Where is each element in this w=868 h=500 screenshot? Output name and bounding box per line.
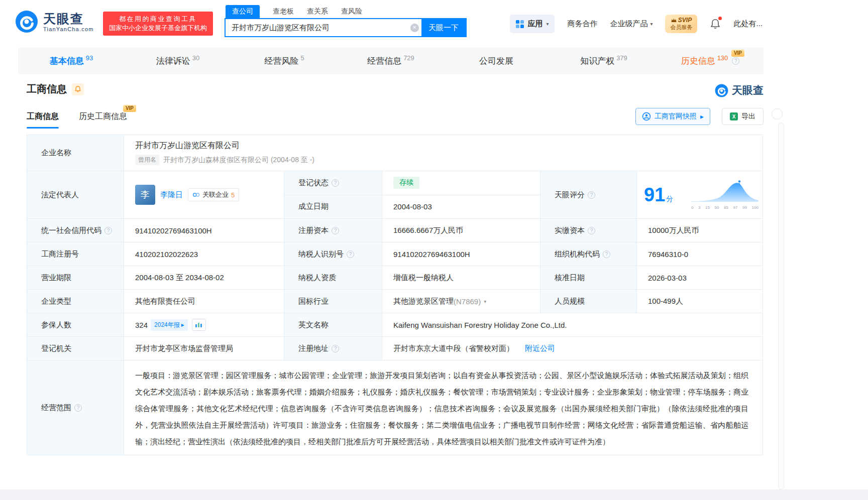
search-button[interactable]: 天眼一下 [421,19,466,36]
help-icon[interactable]: ? [347,251,354,258]
insured-trend-chart-button[interactable] [192,319,206,331]
table-row: 企业名称 开封市万岁山游览区有限公司 曾用名 开封市万岁山森林度假区有限公司 (… [27,135,763,171]
term-value: 2004-08-03 至 2034-08-02 [124,266,284,290]
related-companies-badge[interactable]: 关联企业 5 [188,188,239,201]
search-tab-risk[interactable]: 查风险 [341,5,362,18]
tianyancha-logo[interactable]: 天眼查 TianYanCha.com [15,10,94,33]
tab-company-development[interactable]: 公司发展 [444,48,551,74]
search-box: × 天眼一下 [225,18,467,37]
staff-size-label: 人员规模 [540,290,637,313]
score-axis: 031550859799100 [691,205,758,210]
authority-value: 开封市龙亭区市场监督管理局 [124,337,284,360]
vip-badge: VIP [731,50,744,57]
nearby-companies-link[interactable]: 附近公司 [525,344,555,353]
help-icon[interactable]: ? [332,227,339,234]
search-tab-boss[interactable]: 查老板 [273,5,294,18]
section-header: 工商信息 [27,82,84,96]
floating-side-button[interactable] [772,108,783,119]
svip-label: SVIP [678,17,692,24]
reg-capital-value: 16666.6667万人民币 [382,219,540,242]
tab-basic-info[interactable]: 基本信息93 [18,48,125,74]
annual-report-chip[interactable]: 2024年报 ▸ [151,319,188,331]
tab-history-info[interactable]: VIP 历史信息130 ? [657,48,764,74]
help-icon[interactable]: ? [104,227,112,234]
credit-code-value: 91410202769463100H [124,219,284,242]
help-icon[interactable]: ? [332,179,339,187]
legal-rep-label: 法定代表人 [27,171,124,219]
promo-badge: 都在用的商业查询工具 国家中小企业发展子基金旗下机构 [103,12,213,36]
enterprise-product-link[interactable]: 企业级产品 ▾ [610,19,653,29]
header-right: 应用 ▾ 商务合作 企业级产品 ▾ SVIP 会员服务 此处有... [510,0,763,48]
bar-chart-icon [195,322,203,328]
taxpayer-no-value: 91410202769463100H [382,242,540,266]
promo-line1: 都在用的商业查询工具 [109,15,207,24]
export-button[interactable]: X 导出 [722,108,764,125]
help-icon[interactable]: ? [603,251,610,258]
english-name-value: Kaifeng Wansuishan Forestry Holiday Zone… [382,313,763,337]
official-snapshot-button[interactable]: 工商官网快照 ▸ [635,108,710,125]
search-area: 查公司 查老板 查关系 查风险 × 天眼一下 [225,4,467,37]
biz-cooperation-link[interactable]: 商务合作 [567,19,597,29]
tianyancha-company-page: 天眼查 TianYanCha.com 都在用的商业查询工具 国家中小企业发展子基… [0,0,868,500]
subscribe-bell-icon[interactable] [72,83,84,95]
former-name-tag: 曾用名 [135,155,159,165]
notification-dot [718,17,722,20]
subtab-business-info[interactable]: 工商信息 [27,111,59,124]
table-row: 经营范围? 一般项目：游览景区管理；园区管理服务；城市公园管理；企业管理；旅游开… [27,360,763,455]
table-row: 参保人数 324 2024年报 ▸ 英文名称 Kaifeng Wansuisha… [27,313,763,337]
chevron-down-icon: ▾ [546,21,549,27]
tab-operation-risk[interactable]: 经营风险5 [231,48,338,74]
reg-no-label: 工商注册号 [27,242,124,266]
reg-status-cell: 存续 [382,171,540,195]
address-label: 注册地址? [284,337,382,360]
search-tabs: 查公司 查老板 查关系 查风险 [226,4,467,18]
logo-domain: TianYanCha.com [43,26,94,32]
search-input[interactable] [226,19,407,36]
help-icon[interactable]: ? [588,191,595,199]
taxpayer-no-label: 纳税人识别号? [284,242,382,266]
table-row: 工商注册号 410202102022623 纳税人识别号? 9141020276… [27,242,763,266]
reg-capital-label: 注册资本? [284,219,382,242]
help-icon[interactable]: ? [732,57,739,65]
legal-rep-link[interactable]: 李隆日 [160,190,183,200]
table-row: 法定代表人 李 李隆日 关联企业 5 登记状态 ? 存续 [27,171,763,219]
search-tab-relation[interactable]: 查关系 [307,5,328,18]
tab-intellectual-property[interactable]: 知识产权379 [551,48,657,74]
apps-label: 应用 [527,19,542,29]
clear-search-icon[interactable]: × [407,19,421,36]
business-info-table: 企业名称 开封市万岁山游览区有限公司 曾用名 开封市万岁山森林度假区有限公司 (… [27,135,763,455]
subtab-history-business-info[interactable]: 历史工商信息 VIP [79,111,127,124]
authority-label: 登记机关 [27,337,124,360]
logo-name: 天眼查 [43,12,94,26]
chevron-down-icon[interactable]: ▾ [484,299,486,304]
address-cell: 开封市东京大道中段（省警校对面） 附近公司 [382,337,763,360]
industry-code: (N7869) [454,297,481,306]
company-name: 开封市万岁山游览区有限公司 [135,141,240,151]
promo-line2: 国家中小企业发展子基金旗下机构 [109,24,207,33]
org-code-label: 组织机构代码? [540,242,637,266]
insured-label: 参保人数 [27,313,124,337]
paid-capital-value: 10000万人民币 [637,219,763,242]
svip-member-button[interactable]: SVIP 会员服务 [665,15,697,33]
score-cell: 91 分 031550859799100 [637,171,763,219]
legal-rep-avatar[interactable]: 李 [135,185,155,205]
apps-button[interactable]: 应用 ▾ [510,15,555,33]
link-icon [192,192,200,198]
side-scrollbar[interactable] [778,122,784,489]
tab-operation-info[interactable]: 经营信息729 [338,48,444,74]
search-tab-company[interactable]: 查公司 [226,5,260,18]
help-icon[interactable]: ? [588,227,595,234]
notification-bell-icon[interactable] [710,18,721,30]
help-icon[interactable]: ? [332,345,339,352]
chevron-down-icon: ▾ [650,21,653,27]
main-nav-tabs: 基本信息93 法律诉讼30 经营风险5 经营信息729 公司发展 知识产权379… [18,48,764,74]
table-row: 登记机关 开封市龙亭区市场监督管理局 注册地址? 开封市东京大道中段（省警校对面… [27,337,763,360]
page-title: 工商信息 [27,82,67,96]
reg-no-value: 410202102022623 [124,242,284,266]
user-menu[interactable]: 此处有... [733,19,763,29]
tab-legal-litigation[interactable]: 法律诉讼30 [125,48,231,74]
approve-date-label: 核准日期 [540,266,637,290]
scope-value: 一般项目：游览景区管理；园区管理服务；城市公园管理；企业管理；旅游开发项目策划咨… [124,360,763,455]
help-icon[interactable]: ? [74,404,82,412]
scope-label: 经营范围? [27,360,124,455]
